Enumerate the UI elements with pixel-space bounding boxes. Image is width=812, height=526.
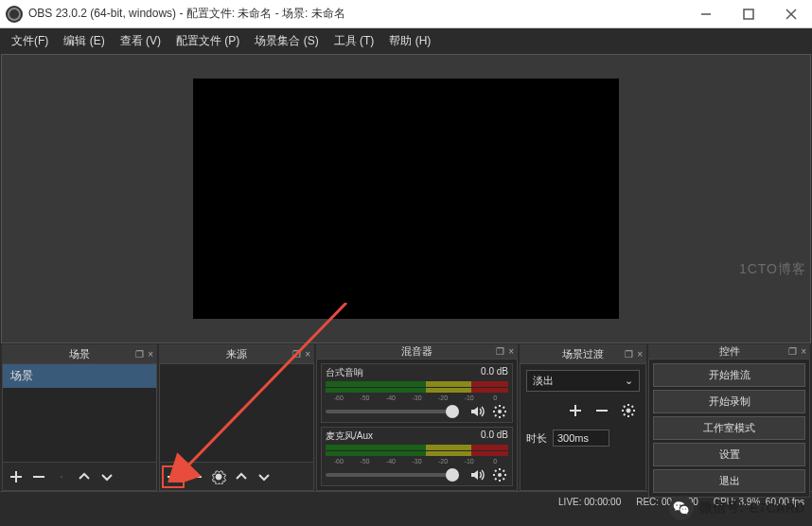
window-minimize-button[interactable] xyxy=(684,0,727,28)
window-close-button[interactable] xyxy=(769,0,812,28)
status-live: LIVE: 00:00:00 xyxy=(558,497,621,507)
watermark-blog: 1CTO博客 xyxy=(739,261,806,278)
audio-meter xyxy=(326,381,508,393)
transition-add-button[interactable] xyxy=(564,399,587,422)
dock-close-icon[interactable]: × xyxy=(508,346,514,357)
sources-dock: 来源 ❐× xyxy=(159,344,314,491)
chevron-down-icon: ⌄ xyxy=(625,375,633,387)
controls-dock: 控件 ❐× 开始推流 开始录制 工作室模式 设置 退出 xyxy=(648,344,810,491)
mixer-channel-level: 0.0 dB xyxy=(481,366,508,379)
meter-ticks: -60-50-40-30-20-100 xyxy=(326,458,508,465)
volume-slider[interactable] xyxy=(326,473,459,477)
scene-list[interactable]: 场景 xyxy=(3,364,156,462)
scene-down-button[interactable] xyxy=(96,465,118,488)
volume-slider[interactable] xyxy=(326,410,459,413)
source-remove-button[interactable] xyxy=(185,465,207,488)
watermark-value: ETCARD xyxy=(750,500,804,516)
menu-tools[interactable]: 工具 (T) xyxy=(327,29,382,53)
svg-point-12 xyxy=(498,473,502,477)
settings-button[interactable]: 设置 xyxy=(653,443,805,466)
audio-meter xyxy=(326,445,508,456)
transition-settings-button[interactable] xyxy=(617,399,640,422)
sources-title: 来源 xyxy=(226,347,247,361)
watermark-wechat: 微信号: ETCARD xyxy=(669,496,804,520)
transitions-dock: 场景过渡 ❐× 淡出 ⌄ 时长 xyxy=(520,344,646,491)
speaker-icon[interactable] xyxy=(468,466,485,483)
menu-help[interactable]: 帮助 (H) xyxy=(381,29,438,53)
svg-point-11 xyxy=(498,410,502,413)
dock-popout-icon[interactable]: ❐ xyxy=(625,349,633,359)
dock-close-icon[interactable]: × xyxy=(305,349,310,359)
dock-popout-icon[interactable]: ❐ xyxy=(788,346,797,357)
watermark-label: 微信号: xyxy=(699,500,744,517)
start-streaming-button[interactable]: 开始推流 xyxy=(653,363,805,387)
source-down-button[interactable] xyxy=(253,465,275,488)
dock-close-icon[interactable]: × xyxy=(801,346,806,357)
mixer-channel-desktop: 台式音响 0.0 dB -60-50-40-30-20-100 xyxy=(321,363,513,423)
gear-icon[interactable] xyxy=(491,466,508,483)
source-add-button[interactable] xyxy=(162,465,185,488)
scene-add-button[interactable] xyxy=(5,465,27,488)
scene-separator: · xyxy=(50,465,73,488)
sources-list[interactable] xyxy=(160,364,313,462)
source-up-button[interactable] xyxy=(230,465,253,488)
dock-popout-icon[interactable]: ❐ xyxy=(292,349,301,359)
svg-point-10 xyxy=(217,474,221,479)
dock-close-icon[interactable]: × xyxy=(637,349,643,359)
transitions-title: 场景过渡 xyxy=(562,347,604,361)
duration-input[interactable] xyxy=(553,430,609,447)
mixer-channel-level: 0.0 dB xyxy=(481,430,508,443)
controls-title: 控件 xyxy=(719,344,740,359)
scene-item[interactable]: 场景 xyxy=(3,364,156,388)
duration-label: 时长 xyxy=(526,431,547,446)
mixer-dock: 混音器 ❐× 台式音响 0.0 dB -60-50-40-30-20-100 xyxy=(316,344,518,491)
speaker-icon[interactable] xyxy=(468,403,485,420)
scene-up-button[interactable] xyxy=(73,465,96,488)
window-maximize-button[interactable] xyxy=(727,0,769,28)
mixer-channel-name: 台式音响 xyxy=(326,366,363,379)
exit-button[interactable]: 退出 xyxy=(653,469,805,493)
wechat-icon xyxy=(669,496,694,520)
preview-area xyxy=(1,54,811,343)
menu-view[interactable]: 查看 (V) xyxy=(113,29,168,53)
scenes-dock: 场景 ❐× 场景 · xyxy=(2,344,157,491)
window-titlebar: OBS 23.0.2 (64-bit, windows) - 配置文件: 未命名… xyxy=(0,0,812,28)
menu-edit[interactable]: 编辑 (E) xyxy=(56,29,112,53)
preview-canvas[interactable] xyxy=(193,79,619,319)
dock-popout-icon[interactable]: ❐ xyxy=(496,346,504,357)
transition-selected: 淡出 xyxy=(533,374,554,388)
menu-file[interactable]: 文件(F) xyxy=(4,29,56,53)
dock-close-icon[interactable]: × xyxy=(148,349,153,359)
studio-mode-button[interactable]: 工作室模式 xyxy=(653,416,805,440)
mixer-channel-mic: 麦克风/Aux 0.0 dB -60-50-40-30-20-100 xyxy=(321,427,513,486)
start-recording-button[interactable]: 开始录制 xyxy=(653,390,805,413)
scene-remove-button[interactable] xyxy=(27,465,50,488)
menu-scene-collection[interactable]: 场景集合 (S) xyxy=(247,29,326,53)
window-title: OBS 23.0.2 (64-bit, windows) - 配置文件: 未命名… xyxy=(28,6,345,22)
obs-app-icon xyxy=(6,6,23,23)
mixer-channel-name: 麦克风/Aux xyxy=(326,430,373,443)
svg-rect-1 xyxy=(744,9,753,19)
svg-point-16 xyxy=(627,409,630,412)
dock-popout-icon[interactable]: ❐ xyxy=(135,349,144,359)
transition-remove-button[interactable] xyxy=(591,399,613,422)
transition-select[interactable]: 淡出 ⌄ xyxy=(526,370,640,392)
menubar: 文件(F) 编辑 (E) 查看 (V) 配置文件 (P) 场景集合 (S) 工具… xyxy=(0,28,812,53)
meter-ticks: -60-50-40-30-20-100 xyxy=(326,394,508,401)
mixer-title: 混音器 xyxy=(401,344,432,359)
source-settings-button[interactable] xyxy=(207,465,230,488)
scenes-title: 场景 xyxy=(69,347,90,361)
menu-profile[interactable]: 配置文件 (P) xyxy=(168,29,247,53)
gear-icon[interactable] xyxy=(491,403,508,420)
